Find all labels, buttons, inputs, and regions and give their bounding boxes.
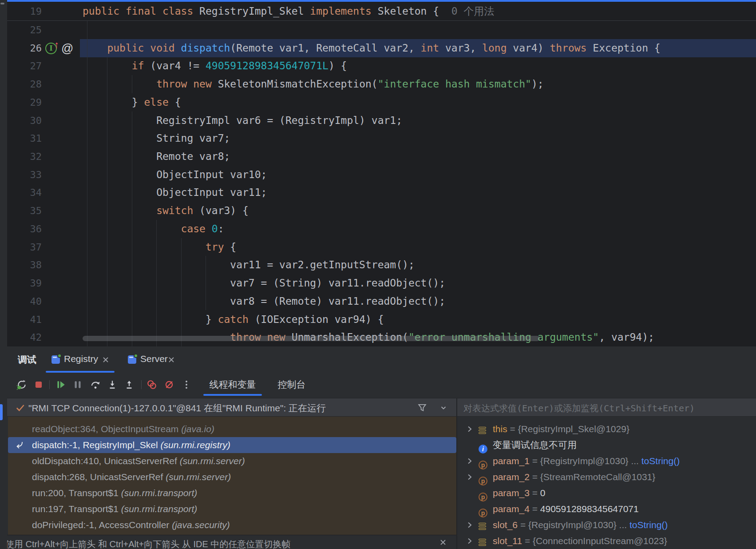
- thread-selector[interactable]: "RMI TCP Connection(1)-127.0.0.1"@841 在组…: [28, 402, 326, 414]
- code-line-39[interactable]: 39 var7 = (String) var11.readObject();: [7, 274, 756, 292]
- code-line-41[interactable]: 41 } catch (IOException var94) {: [7, 310, 756, 329]
- chevron-down-icon[interactable]: [439, 403, 448, 413]
- expand-chevron-icon[interactable]: [465, 537, 474, 545]
- line-number[interactable]: 26: [7, 39, 42, 57]
- tab-threads-variables[interactable]: 线程和变量: [203, 378, 262, 392]
- line-number[interactable]: 28: [7, 75, 42, 93]
- variable-row-this[interactable]: this = {RegistryImpl_Skel@1029}: [458, 421, 756, 437]
- navigate-up-icon[interactable]: ↑: [54, 40, 59, 50]
- debug-app-icon: [51, 355, 60, 364]
- code-text: try {: [83, 238, 236, 256]
- frame-row[interactable]: doPrivileged:-1, AccessController (java.…: [8, 517, 456, 533]
- line-number[interactable]: 39: [7, 274, 42, 292]
- rerun-debug-button[interactable]: [16, 378, 28, 391]
- sticky-code-line[interactable]: 19public final class RegistryImpl_Skel i…: [7, 2, 756, 21]
- code-line-40[interactable]: 40 var8 = (Remote) var11.readObject();: [7, 292, 756, 310]
- frame-row[interactable]: oldDispatch:410, UnicastServerRef (sun.r…: [8, 453, 456, 469]
- close-icon[interactable]: [167, 355, 176, 364]
- line-number[interactable]: 35: [7, 202, 42, 220]
- more-options-button[interactable]: [180, 378, 193, 391]
- variable-row-param_3[interactable]: pparam_3 = 0: [458, 485, 756, 501]
- line-number[interactable]: 30: [7, 111, 42, 130]
- view-breakpoints-button[interactable]: [146, 378, 158, 391]
- variable-text: param_2 = {StreamRemoteCall@1031}: [493, 469, 655, 485]
- line-number[interactable]: 31: [7, 129, 42, 147]
- frames-hint-text: 使用 Ctrl+Alt+向上箭头 和 Ctrl+Alt+向下箭头 从 IDE 中…: [5, 538, 290, 549]
- expand-chevron-icon[interactable]: [465, 425, 474, 434]
- code-token: [83, 78, 156, 90]
- mute-breakpoints-button[interactable]: [163, 378, 175, 391]
- resume-button[interactable]: [55, 378, 67, 391]
- frame-row[interactable]: run:197, Transport$1 (sun.rmi.transport): [8, 501, 456, 517]
- code-line-29[interactable]: 29 } else {: [7, 93, 756, 111]
- frame-label: doPrivileged:-1, AccessController (java.…: [32, 517, 230, 533]
- step-over-button[interactable]: [89, 378, 102, 391]
- frame-row[interactable]: dispatch:-1, RegistryImpl_Skel (sun.rmi.…: [8, 437, 456, 453]
- close-icon[interactable]: [439, 538, 447, 547]
- line-number[interactable]: 36: [7, 220, 42, 238]
- variable-row-param_2[interactable]: pparam_2 = {StreamRemoteCall@1031}: [458, 469, 756, 485]
- code-token: public final class: [83, 5, 199, 17]
- line-number[interactable]: 27: [7, 57, 42, 75]
- code-line-25[interactable]: 25: [7, 21, 756, 39]
- tostring-link[interactable]: toString(): [629, 520, 668, 530]
- code-token: :: [218, 223, 224, 235]
- filter-icon[interactable]: [416, 402, 428, 414]
- variable-text: param_4 = 4905912898345647071: [493, 501, 639, 517]
- code-line-26[interactable]: 26I↑@ public void dispatch(Remote var1, …: [7, 39, 756, 57]
- panel-splitter[interactable]: [456, 398, 457, 549]
- step-into-button[interactable]: [106, 378, 119, 391]
- code-line-36[interactable]: 36 case 0:: [7, 220, 756, 238]
- stop-button[interactable]: [32, 378, 45, 391]
- line-number[interactable]: 41: [7, 310, 42, 329]
- expand-chevron-icon[interactable]: [465, 457, 474, 465]
- tostring-link[interactable]: toString(): [641, 456, 680, 466]
- line-number[interactable]: 33: [7, 166, 42, 184]
- line-number[interactable]: 19: [7, 2, 42, 20]
- frame-row[interactable]: dispatch:268, UnicastServerRef (sun.rmi.…: [8, 469, 456, 485]
- active-tool-indicator: [0, 404, 3, 420]
- expand-chevron-icon[interactable]: [465, 473, 474, 481]
- variable-value: 4905912898345647071: [540, 504, 639, 514]
- code-token: catch: [218, 314, 249, 325]
- indent-guide: [206, 256, 206, 310]
- variables-info-row[interactable]: i变量调试信息不可用: [458, 437, 756, 453]
- variable-row-slot_6[interactable]: slot_6 = {RegistryImpl@1030} ... toStrin…: [458, 517, 756, 533]
- frame-row[interactable]: readObject:364, ObjectInputStream (java.…: [8, 421, 456, 437]
- code-line-31[interactable]: 31 String var7;: [7, 129, 756, 147]
- code-editor[interactable]: 19public final class RegistryImpl_Skel i…: [7, 0, 756, 346]
- tab-console[interactable]: 控制台: [272, 378, 312, 392]
- annotation-icon[interactable]: @: [61, 40, 73, 57]
- step-out-button[interactable]: [123, 378, 135, 391]
- code-line-34[interactable]: 34 ObjectInput var11;: [7, 183, 756, 202]
- horizontal-scrollbar[interactable]: [83, 336, 540, 341]
- line-number[interactable]: 25: [7, 21, 42, 39]
- line-number[interactable]: 34: [7, 183, 42, 202]
- code-line-27[interactable]: 27 if (var4 != 4905912898345647071L) {: [7, 57, 756, 75]
- variable-row-slot_11[interactable]: slot_11 = {ConnectionInputStream@1023}: [458, 533, 756, 549]
- variable-row-param_1[interactable]: pparam_1 = {RegistryImpl@1030} ... toStr…: [458, 453, 756, 469]
- line-number[interactable]: 40: [7, 292, 42, 310]
- line-number[interactable]: 38: [7, 256, 42, 274]
- stripe-handle[interactable]: [0, 3, 4, 4]
- code-line-37[interactable]: 37 try {: [7, 238, 756, 256]
- pause-button[interactable]: [71, 378, 84, 391]
- code-line-35[interactable]: 35 switch (var3) {: [7, 202, 756, 220]
- code-token: Remote var8;: [83, 151, 230, 162]
- line-number[interactable]: 37: [7, 238, 42, 256]
- close-icon[interactable]: [101, 355, 110, 364]
- evaluate-expression-field[interactable]: 对表达式求值(Enter)或添加监视(Ctrl+Shift+Enter): [463, 402, 695, 414]
- code-line-32[interactable]: 32 Remote var8;: [7, 147, 756, 166]
- code-line-33[interactable]: 33 ObjectInput var10;: [7, 166, 756, 184]
- code-line-30[interactable]: 30 RegistryImpl var6 = (RegistryImpl) va…: [7, 111, 756, 130]
- tool-window-stripe: [0, 0, 7, 549]
- variable-text: slot_6 = {RegistryImpl@1030} ... toStrin…: [493, 517, 668, 533]
- code-line-28[interactable]: 28 throw new SkeletonMismatchException("…: [7, 75, 756, 93]
- frame-row[interactable]: run:200, Transport$1 (sun.rmi.transport): [8, 485, 456, 501]
- line-number[interactable]: 32: [7, 147, 42, 166]
- line-number[interactable]: 29: [7, 93, 42, 111]
- line-number[interactable]: 42: [7, 328, 42, 346]
- code-line-38[interactable]: 38 var11 = var2.getInputStream();: [7, 256, 756, 274]
- variable-row-param_4[interactable]: pparam_4 = 4905912898345647071: [458, 501, 756, 517]
- expand-chevron-icon[interactable]: [465, 521, 474, 529]
